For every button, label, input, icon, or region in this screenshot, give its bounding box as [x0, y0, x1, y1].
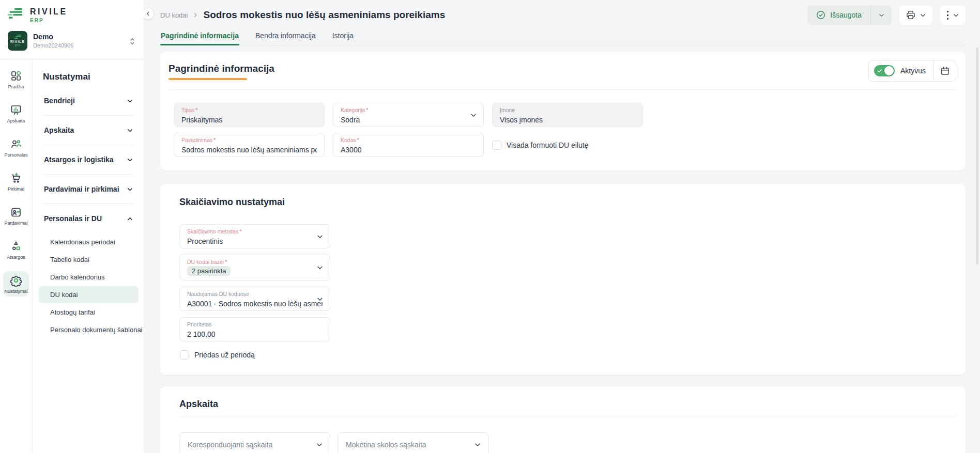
tab-bar: Pagrindinė informacija Bendra informacij… [160, 27, 966, 45]
section-title: Pagrindinė informacija [169, 63, 274, 74]
chevron-left-icon [145, 11, 151, 17]
sidebar-item-personalo-dokumentu-sablonai[interactable]: Personalo dokumentų šablonai [39, 321, 139, 338]
chevron-down-icon [953, 12, 959, 19]
calculation-settings-card: Skaičiavimo nustatymai Skaičiavimo metod… [160, 184, 966, 375]
chevron-up-icon [127, 215, 133, 222]
sidebar-item-du-kodai[interactable]: DU kodai [39, 286, 139, 303]
left-panel: RIVILE ERP RIVILE ERP Demo Demo20240906 [0, 0, 144, 453]
rail-item-nustatymai[interactable]: Nustatymai [3, 271, 29, 296]
moketina-skolos-saskaita-select[interactable]: Mokėtina skolos sąskaita [338, 432, 488, 453]
du-line-checkbox-row[interactable]: Visada formuoti DU eilutę [492, 140, 588, 150]
nav-group-personalas-du[interactable]: Personalas ir DU [43, 204, 134, 233]
printer-icon [906, 10, 916, 20]
kategorija-select[interactable]: Kategorija Sodra [333, 103, 484, 127]
page-title: Sodros mokestis nuo lėšų asmeniniams por… [203, 9, 445, 21]
chevron-down-icon [316, 441, 323, 448]
skaiciavimo-metodas-select[interactable]: Skaičiavimo metodas Procentinis [179, 224, 330, 248]
rail-item-personalas[interactable]: Personalas [3, 135, 29, 160]
check-icon [877, 68, 882, 73]
workspace-sort-icon[interactable] [129, 38, 135, 45]
brand-logo: RIVILE ERP [0, 0, 144, 24]
naudojamas-du-koduose-select[interactable]: Naudojamas DU koduose A30001 - Sodros mo… [179, 287, 330, 311]
nav-title: Nustatymai [43, 72, 134, 82]
save-button-label: Išsaugota [830, 11, 862, 19]
rivile-stripes-icon [8, 8, 24, 20]
workspace-switcher[interactable]: RIVILE ERP Demo Demo20240906 [0, 24, 144, 59]
chevron-right-icon [192, 12, 198, 18]
koduose-value: A30001 - Sodros mokestis nuo lėšų asmeni… [187, 300, 323, 308]
sidebar-item-atostogu-tarifai[interactable]: Atostogų tarifai [39, 304, 139, 321]
required-asterisk [195, 107, 197, 114]
pavadinimas-field[interactable]: Pavadinimas Sodros mokestis nuo lėšų asm… [174, 133, 325, 157]
chevron-down-icon [316, 295, 324, 303]
settings-nav: Nustatymai Bendrieji Apskaita Atsargos i… [33, 59, 144, 453]
rail-item-pirkimai[interactable]: Pirkimai [3, 169, 29, 194]
sidebar-item-darbo-kalendorius[interactable]: Darbo kalendorius [39, 269, 139, 286]
koresponduojanti-saskaita-select[interactable]: Koresponduojanti sąskaita [179, 432, 330, 453]
tab-istorija[interactable]: Istorija [332, 27, 354, 45]
chevron-down-icon [920, 12, 926, 19]
chevron-down-icon [127, 127, 133, 134]
du-line-checkbox[interactable] [492, 140, 501, 150]
tab-bendra-informacija[interactable]: Bendra informacija [255, 27, 316, 45]
priedas-checkbox-row[interactable]: Priedas už periodą [180, 350, 956, 360]
nav-group-bendrieji[interactable]: Bendrieji [43, 86, 134, 115]
save-dropdown-button[interactable] [871, 5, 892, 25]
required-asterisk [213, 137, 216, 144]
required-asterisk [225, 259, 227, 265]
save-button[interactable]: Išsaugota [807, 10, 870, 20]
personalas-du-sublist: Kalendoriaus periodai Tabelio kodai Darb… [39, 233, 139, 338]
rail-item-pradzia[interactable]: Pradžia [3, 67, 29, 92]
icon-rail: Pradžia Apskaita Personalas [0, 59, 33, 453]
collapse-sidebar-button[interactable] [144, 8, 154, 20]
tab-pagrindine-informacija[interactable]: Pagrindinė informacija [160, 27, 239, 45]
sidebar-item-tabelio-kodai[interactable]: Tabelio kodai [39, 251, 139, 268]
workspace-tile-logo: RIVILE ERP [8, 31, 27, 51]
breadcrumb-parent[interactable]: DU kodai [160, 11, 188, 19]
orange-underline [169, 78, 247, 80]
accounting-card: Apskaita Koresponduojanti sąskaita Mokėt… [160, 386, 966, 453]
calendar-icon [940, 66, 950, 76]
tipas-value: Priskaitymas [181, 116, 317, 124]
rail-item-pardavimai[interactable]: Pardavimai [3, 203, 29, 228]
chart-board-icon [10, 104, 22, 116]
header-actions: Išsaugota [807, 5, 966, 25]
main-content: DU kodai Sodros mokestis nuo lėšų asmeni… [144, 0, 980, 453]
breadcrumb: DU kodai Sodros mokestis nuo lėšų asmeni… [160, 9, 445, 21]
metodas-value: Procentinis [187, 237, 323, 245]
required-asterisk [239, 228, 241, 235]
kodas-value: A3000 [341, 146, 476, 154]
kodas-field[interactable]: Kodas A3000 [333, 133, 484, 157]
du-kodai-bazei-select[interactable]: DU kodai bazei 2 pasirinkta [179, 255, 330, 280]
sidebar-item-kalendoriaus-periodai[interactable]: Kalendoriaus periodai [39, 233, 139, 251]
print-button[interactable] [899, 5, 932, 25]
workspace-code: Demo20240906 [33, 42, 73, 49]
rail-item-atsargos[interactable]: Atsargos [3, 237, 29, 262]
active-toggle[interactable] [874, 65, 895, 76]
kebab-menu-icon [946, 10, 949, 20]
section-title-wrap: Pagrindinė informacija [169, 59, 274, 80]
scrollbar-thumb[interactable] [976, 48, 978, 264]
active-toggle-label: Aktyvus [900, 67, 926, 75]
rail-item-apskaita[interactable]: Apskaita [3, 101, 29, 126]
pavadinimas-value: Sodros mokestis nuo lėšų asmeniniams por… [181, 146, 317, 154]
toggle-knob [884, 66, 894, 75]
calendar-button[interactable] [934, 60, 956, 81]
prioritetas-field[interactable]: Prioritetas 2 100.00 [179, 317, 330, 341]
more-actions-button[interactable] [940, 5, 966, 25]
required-asterisk [366, 107, 368, 114]
divider [179, 417, 956, 417]
chevron-down-icon [127, 98, 133, 104]
prioritetas-value: 2 100.00 [187, 330, 323, 338]
chevron-down-icon [470, 112, 477, 119]
chevron-down-icon [474, 441, 481, 448]
nav-group-pardavimai-pirkimai[interactable]: Pardavimai ir pirkimai [43, 175, 134, 204]
shapes-icon [10, 240, 22, 253]
page-header: DU kodai Sodros mokestis nuo lėšų asmeni… [160, 0, 966, 25]
tipas-field: Tipas Priskaitymas [174, 103, 325, 127]
nav-group-apskaita[interactable]: Apskaita [43, 116, 134, 145]
chevron-down-icon [878, 12, 885, 19]
priedas-checkbox[interactable] [180, 350, 189, 360]
active-toggle-wrap[interactable]: Aktyvus [869, 65, 933, 76]
nav-group-atsargos-logistika[interactable]: Atsargos ir logistika [43, 145, 134, 174]
